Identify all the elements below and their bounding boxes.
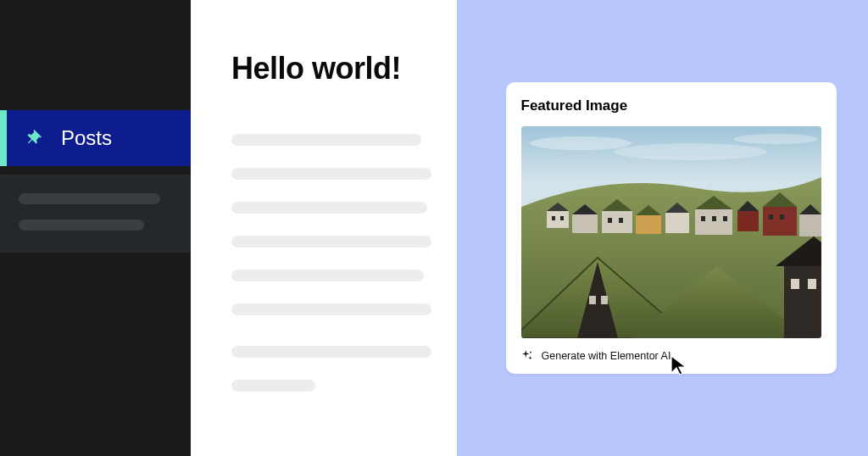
featured-image-panel: Featured Image (506, 82, 837, 374)
svg-rect-16 (737, 211, 759, 231)
svg-rect-12 (665, 213, 689, 233)
svg-point-2 (615, 143, 767, 160)
svg-rect-40 (601, 296, 608, 304)
sparkle-icon (521, 350, 533, 362)
svg-rect-10 (636, 215, 661, 234)
svg-point-1 (530, 136, 632, 150)
svg-rect-26 (701, 216, 705, 221)
post-title[interactable]: Hello world! (231, 51, 431, 86)
svg-rect-29 (769, 214, 773, 220)
svg-rect-25 (619, 218, 623, 223)
placeholder-line (231, 168, 431, 180)
svg-rect-28 (723, 216, 727, 221)
svg-point-3 (733, 134, 818, 144)
content-placeholder-block (231, 134, 431, 392)
svg-rect-36 (791, 279, 799, 289)
svg-rect-22 (552, 216, 555, 220)
svg-rect-20 (799, 214, 821, 236)
admin-sidebar: Posts (0, 0, 191, 456)
placeholder-line (19, 220, 144, 231)
sidebar-item-posts[interactable]: Posts (0, 110, 191, 166)
placeholder-line (231, 202, 427, 214)
svg-rect-8 (602, 211, 632, 233)
sidebar-submenu-placeholder (0, 175, 191, 253)
svg-rect-23 (560, 216, 564, 220)
svg-rect-14 (695, 209, 732, 235)
right-panel: Featured Image (457, 0, 868, 456)
svg-rect-39 (589, 296, 596, 304)
featured-image-thumbnail[interactable] (521, 126, 821, 338)
featured-image-heading: Featured Image (521, 97, 821, 114)
svg-rect-34 (784, 262, 821, 338)
placeholder-line (231, 303, 431, 315)
svg-rect-24 (608, 218, 612, 223)
svg-rect-30 (780, 214, 784, 220)
svg-point-41 (530, 352, 531, 353)
placeholder-line (231, 236, 431, 247)
placeholder-line (231, 134, 421, 146)
placeholder-line (231, 270, 424, 281)
svg-rect-37 (808, 279, 816, 289)
pin-icon (25, 128, 46, 148)
sidebar-item-label: Posts (61, 126, 112, 150)
svg-rect-4 (547, 211, 569, 228)
generate-with-ai-button[interactable]: Generate with Elementor AI (521, 350, 821, 362)
svg-rect-27 (712, 216, 716, 221)
placeholder-line (231, 380, 315, 392)
placeholder-line (19, 193, 160, 204)
svg-rect-18 (763, 207, 797, 236)
generate-label: Generate with Elementor AI (542, 350, 671, 362)
placeholder-line (231, 346, 431, 358)
editor-area: Hello world! (191, 0, 457, 456)
svg-rect-6 (572, 214, 598, 233)
